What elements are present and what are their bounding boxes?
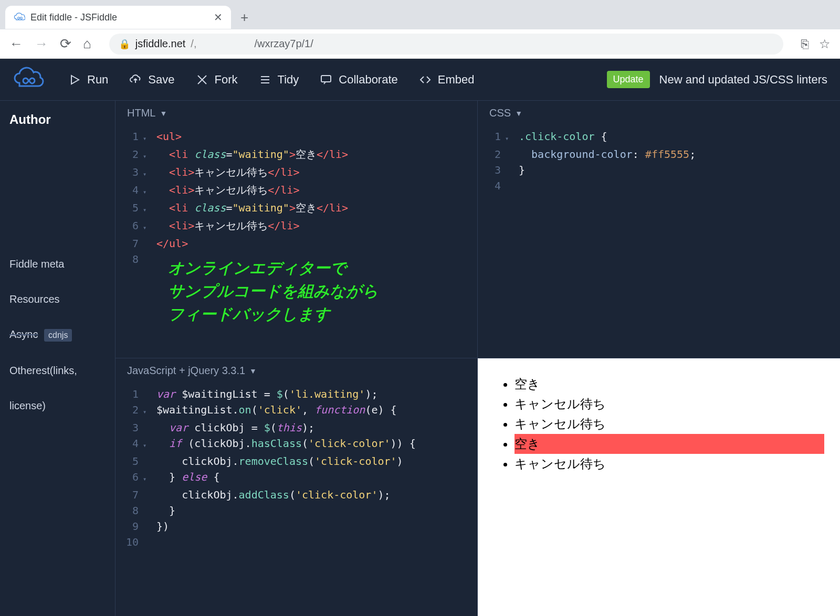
close-tab-icon[interactable]: ✕	[214, 11, 223, 24]
sidebar-author-heading: Author	[9, 112, 106, 127]
js-editor[interactable]: 1var $waitingList = $('li.waiting'); 2▾$…	[116, 383, 477, 616]
tab-bar: Edit fiddle - JSFiddle ✕ +	[0, 0, 840, 29]
line-number: 4	[121, 436, 143, 451]
css-editor[interactable]: 1▾.click-color { 2 background-color: #ff…	[478, 125, 840, 358]
play-icon	[68, 73, 81, 86]
line-number: 2	[121, 402, 143, 418]
line-number: 5	[121, 453, 143, 469]
result-pane: 空き キャンセル待ち キャンセル待ち 空き キャンセル待ち	[478, 358, 840, 616]
url-input[interactable]: 🔒 jsfiddle.net/, /wxrzay7p/1/	[109, 34, 783, 55]
sidebar-resources[interactable]: Resources	[9, 291, 106, 307]
tab-title: Edit fiddle - JSFiddle	[30, 12, 117, 23]
line-number: 3	[121, 420, 143, 436]
html-editor[interactable]: 1▾<ul> 2▾ <li class="waiting">空き</li> 3▾…	[116, 125, 477, 358]
line-number: 1	[121, 386, 143, 402]
browser-chrome: Edit fiddle - JSFiddle ✕ + ← → ⟳ ⌂ 🔒 jsf…	[0, 0, 840, 59]
url-path: /wxrzay7p/1/	[254, 38, 313, 50]
run-label: Run	[87, 73, 108, 87]
embed-label: Embed	[438, 73, 475, 87]
line-number: 6	[121, 469, 143, 485]
line-number: 4	[121, 182, 143, 198]
embed-button[interactable]: Embed	[412, 68, 482, 92]
translate-icon[interactable]: ⎘	[801, 37, 808, 51]
css-pane-header[interactable]: CSS ▼	[478, 101, 840, 125]
sidebar-license[interactable]: license)	[9, 398, 106, 414]
save-button[interactable]: Save	[122, 68, 182, 92]
sidebar: Author Fiddle meta Resources Async cdnjs…	[0, 101, 116, 616]
save-label: Save	[148, 73, 174, 87]
line-number: 1	[121, 129, 143, 144]
js-pane-header[interactable]: JavaScript + jQuery 3.3.1 ▼	[116, 358, 477, 383]
linters-text[interactable]: New and updated JS/CSS linters	[659, 73, 827, 87]
sidebar-async[interactable]: Async cdnjs	[9, 326, 106, 344]
jsfiddle-favicon-icon	[14, 12, 25, 23]
list-item-highlighted[interactable]: 空き	[514, 434, 824, 454]
sidebar-other-links[interactable]: Otherest(links,	[9, 363, 106, 379]
lock-icon: 🔒	[119, 38, 130, 50]
html-pane: HTML ▼ 1▾<ul> 2▾ <li class="waiting">空き<…	[116, 101, 478, 358]
back-button[interactable]: ←	[9, 36, 23, 52]
url-host: jsfiddle.net	[135, 38, 186, 50]
address-bar: ← → ⟳ ⌂ 🔒 jsfiddle.net/, /wxrzay7p/1/ ⎘ …	[0, 29, 840, 59]
list-item[interactable]: キャンセル待ち	[514, 394, 824, 414]
list-item[interactable]: キャンセル待ち	[514, 414, 824, 434]
list-item[interactable]: キャンセル待ち	[514, 454, 824, 474]
line-number: 1	[483, 129, 505, 144]
chevron-down-icon: ▼	[515, 109, 522, 118]
run-button[interactable]: Run	[61, 68, 116, 92]
update-badge[interactable]: Update	[607, 71, 650, 88]
js-pane-label: JavaScript + jQuery 3.3.1	[127, 365, 245, 377]
async-strike-label: Async	[9, 328, 38, 340]
result-body[interactable]: 空き キャンセル待ち キャンセル待ち 空き キャンセル待ち	[478, 358, 840, 490]
html-pane-header[interactable]: HTML ▼	[116, 101, 477, 125]
cdnjs-badge: cdnjs	[44, 329, 72, 342]
forward-button[interactable]: →	[35, 36, 48, 52]
fork-icon	[196, 73, 208, 86]
fork-button[interactable]: Fork	[188, 68, 245, 92]
panes: HTML ▼ 1▾<ul> 2▾ <li class="waiting">空き<…	[116, 101, 840, 616]
js-pane: JavaScript + jQuery 3.3.1 ▼ 1var $waitin…	[116, 358, 478, 616]
home-button[interactable]: ⌂	[83, 36, 91, 52]
line-number: 7	[121, 236, 143, 251]
bookmark-star-icon[interactable]: ☆	[819, 37, 831, 51]
css-pane-label: CSS	[489, 107, 511, 119]
result-list: 空き キャンセル待ち キャンセル待ち 空き キャンセル待ち	[494, 374, 824, 474]
tidy-label: Tidy	[278, 73, 299, 87]
fork-label: Fork	[215, 73, 238, 87]
url-mid: /,	[191, 38, 196, 50]
list-item[interactable]: 空き	[514, 374, 824, 394]
browser-tab[interactable]: Edit fiddle - JSFiddle ✕	[5, 6, 231, 29]
line-number: 7	[121, 487, 143, 503]
sidebar-fiddle-meta[interactable]: Fiddle meta	[9, 256, 106, 272]
tidy-icon	[259, 73, 271, 86]
collaborate-button[interactable]: Collaborate	[312, 68, 405, 92]
jsfiddle-app: Run Save Fork Tidy Collaborate Embed Upd…	[0, 59, 840, 616]
chevron-down-icon: ▼	[160, 109, 167, 118]
reload-button[interactable]: ⟳	[60, 36, 71, 52]
workspace: Author Fiddle meta Resources Async cdnjs…	[0, 101, 840, 616]
line-number: 10	[121, 534, 143, 550]
line-number: 6	[121, 218, 143, 233]
svg-rect-0	[321, 76, 331, 82]
css-pane: CSS ▼ 1▾.click-color { 2 background-colo…	[478, 101, 840, 358]
tidy-button[interactable]: Tidy	[251, 68, 307, 92]
line-number: 8	[121, 251, 143, 267]
chat-icon	[320, 73, 332, 86]
line-number: 2	[483, 146, 505, 162]
line-number: 4	[483, 178, 505, 194]
chevron-down-icon: ▼	[249, 367, 257, 375]
embed-icon	[419, 73, 432, 86]
app-header: Run Save Fork Tidy Collaborate Embed Upd…	[0, 59, 840, 101]
line-number: 8	[121, 503, 143, 518]
line-number: 3	[121, 164, 143, 180]
collaborate-label: Collaborate	[339, 73, 398, 87]
html-pane-label: HTML	[127, 107, 155, 119]
cloud-save-icon	[129, 73, 142, 86]
line-number: 9	[121, 518, 143, 534]
jsfiddle-logo-icon[interactable]	[13, 66, 44, 93]
line-number: 2	[121, 146, 143, 162]
line-number: 3	[483, 162, 505, 178]
line-number: 5	[121, 200, 143, 216]
new-tab-button[interactable]: +	[240, 9, 248, 26]
